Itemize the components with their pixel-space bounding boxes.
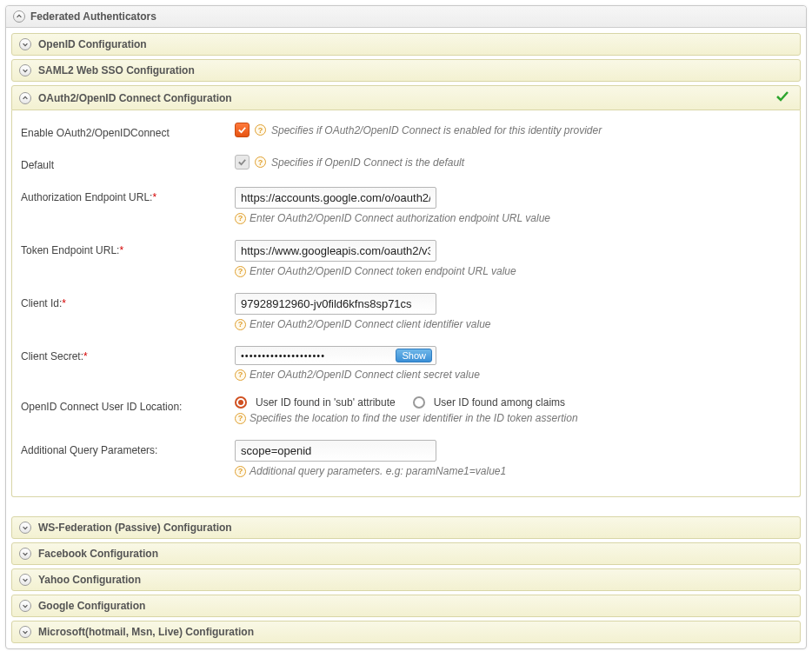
panel-title: Federated Authenticators (30, 10, 156, 23)
check-icon (775, 90, 789, 105)
help-icon[interactable]: ? (235, 466, 246, 477)
authz-help: Enter OAuth2/OpenID Connect authorizatio… (250, 212, 550, 224)
clientid-input[interactable] (235, 293, 436, 315)
section-title: SAML2 Web SSO Configuration (38, 64, 793, 76)
section-title: OpenID Configuration (38, 38, 793, 50)
section-title: WS-Federation (Passive) Configuration (38, 522, 793, 534)
section-yahoo[interactable]: Yahoo Configuration (11, 568, 801, 591)
clientid-help: Enter OAuth2/OpenID Connect client ident… (250, 318, 491, 330)
userid-help: Specifies the location to find the user … (250, 412, 578, 424)
section-wsfed[interactable]: WS-Federation (Passive) Configuration (11, 516, 801, 539)
userid-sub-label: User ID found in 'sub' attribute (256, 396, 396, 409)
chevron-down-icon[interactable] (19, 38, 31, 50)
section-title: Google Configuration (38, 600, 793, 612)
federated-authenticators-panel: Federated Authenticators OpenID Configur… (5, 5, 807, 649)
section-title: Yahoo Configuration (38, 574, 793, 586)
token-help: Enter OAuth2/OpenID Connect token endpoi… (250, 265, 516, 277)
default-label: Default (21, 155, 235, 171)
default-help: Specifies if OpenID Connect is the defau… (271, 156, 464, 169)
section-title: OAuth2/OpenID Connect Configuration (38, 92, 769, 104)
help-icon[interactable]: ? (255, 156, 266, 168)
clientid-label: Client Id:* (21, 293, 235, 309)
section-saml2[interactable]: SAML2 Web SSO Configuration (11, 59, 801, 82)
help-icon[interactable]: ? (235, 266, 246, 277)
help-icon[interactable]: ? (235, 213, 246, 224)
default-checkbox (235, 155, 250, 169)
chevron-up-icon[interactable] (13, 10, 25, 23)
token-label: Token Endpoint URL:* (21, 240, 235, 256)
enable-checkbox[interactable] (235, 123, 250, 137)
clientsecret-input[interactable] (241, 349, 396, 362)
section-openid[interactable]: OpenID Configuration (11, 33, 801, 56)
section-google[interactable]: Google Configuration (11, 595, 801, 617)
section-facebook[interactable]: Facebook Configuration (11, 542, 801, 565)
userid-location-label: OpenID Connect User ID Location: (21, 396, 235, 413)
help-icon[interactable]: ? (235, 319, 246, 330)
chevron-down-icon[interactable] (19, 548, 31, 560)
userid-claims-label: User ID found among claims (434, 396, 565, 409)
show-secret-button[interactable]: Show (396, 349, 432, 362)
userid-claims-radio[interactable] (413, 396, 425, 409)
authz-label: Authorization Endpoint URL:* (21, 187, 235, 203)
section-oauth2[interactable]: OAuth2/OpenID Connect Configuration (11, 85, 801, 110)
chevron-down-icon[interactable] (19, 574, 31, 586)
clientsecret-label: Client Secret:* (21, 346, 235, 362)
chevron-up-icon[interactable] (19, 92, 31, 104)
section-title: Microsoft(hotmail, Msn, Live) Configurat… (38, 626, 793, 638)
chevron-down-icon[interactable] (19, 522, 31, 534)
enable-label: Enable OAuth2/OpenIDConnect (21, 123, 235, 139)
enable-help: Specifies if OAuth2/OpenID Connect is en… (271, 124, 602, 136)
oauth2-body: Enable OAuth2/OpenIDConnect ? Specifies … (11, 110, 801, 497)
chevron-down-icon[interactable] (19, 626, 31, 638)
addparams-input[interactable] (235, 440, 436, 462)
userid-sub-radio[interactable] (235, 396, 247, 409)
addparams-help: Additional query parameters. e.g: paramN… (250, 465, 506, 477)
section-title: Facebook Configuration (38, 548, 793, 560)
token-input[interactable] (235, 240, 436, 262)
panel-header[interactable]: Federated Authenticators (6, 6, 806, 28)
help-icon[interactable]: ? (255, 124, 266, 136)
help-icon[interactable]: ? (235, 413, 246, 424)
section-microsoft[interactable]: Microsoft(hotmail, Msn, Live) Configurat… (11, 621, 801, 643)
clientsecret-help: Enter OAuth2/OpenID Connect client secre… (250, 369, 480, 381)
chevron-down-icon[interactable] (19, 64, 31, 76)
authz-input[interactable] (235, 187, 436, 209)
chevron-down-icon[interactable] (19, 600, 31, 612)
help-icon[interactable]: ? (235, 369, 246, 381)
addparams-label: Additional Query Parameters: (21, 440, 235, 456)
